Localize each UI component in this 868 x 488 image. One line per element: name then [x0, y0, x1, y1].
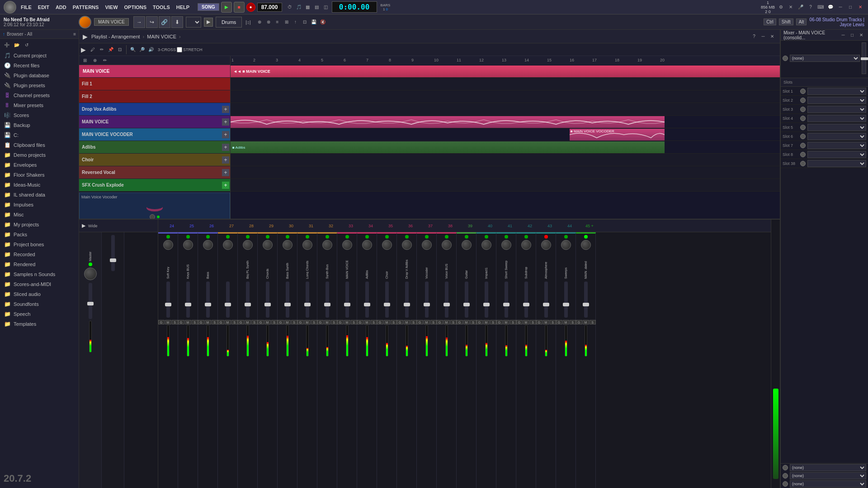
arrow-expand-btn[interactable]: ▶	[204, 18, 213, 27]
slot-knob-slot-2[interactable]	[800, 98, 806, 103]
ch-25-btn-g[interactable]: G	[178, 320, 184, 324]
empty-fader[interactable]	[111, 235, 115, 271]
master-fader-thumb[interactable]	[87, 302, 94, 305]
slot-dropdown-slot-3[interactable]	[807, 106, 866, 113]
ch-38-fader-thumb[interactable]	[443, 303, 450, 306]
minimize-icon[interactable]: ─	[836, 3, 844, 11]
ch-40-btn-s[interactable]: S	[490, 320, 496, 324]
slot-knob-slot-8[interactable]	[800, 152, 806, 157]
adlibs-add-btn[interactable]: +	[222, 144, 229, 151]
sidebar-item-project-bones[interactable]: 📁Project bones	[0, 239, 79, 249]
metronome-icon[interactable]: 🎵	[295, 3, 303, 11]
playlist-vol-icon[interactable]: 🔊	[147, 46, 155, 54]
mic-icon[interactable]: 🎤	[797, 3, 805, 11]
ch-25-btn-s[interactable]: S	[192, 320, 198, 324]
ch-24-fader[interactable]	[166, 282, 170, 318]
ch-37-fader[interactable]	[425, 282, 429, 318]
settings-icon[interactable]: ⚙	[777, 3, 785, 11]
ch-38-btn-m[interactable]: M	[443, 320, 450, 324]
slot-knob-slot-6[interactable]	[800, 134, 806, 139]
sidebar-item-plugin-database[interactable]: 🔌Plugin database	[0, 70, 79, 80]
ch-40-fader[interactable]	[485, 282, 488, 318]
tl-row-reversed[interactable]	[231, 166, 780, 179]
sidebar-item-recent-files[interactable]: 🕐Recent files	[0, 61, 79, 70]
ch-24-knob[interactable]	[163, 240, 173, 250]
ch-45-knob[interactable]	[581, 240, 591, 250]
ch-42-btn-m[interactable]: M	[523, 320, 529, 324]
ch-45-btn-m[interactable]: M	[583, 320, 589, 324]
ch-42-fader-thumb[interactable]	[523, 303, 529, 306]
ch-39-knob[interactable]	[462, 240, 472, 250]
track-edit-icon[interactable]: ✏	[101, 56, 109, 65]
timeline-area[interactable]: 1 2 3 4 5 6 7 8 9 10 11 12 13 14	[231, 56, 780, 219]
ch-33-fader[interactable]	[345, 282, 349, 318]
ch-26-btn-g[interactable]: G	[198, 320, 204, 324]
rp-close-icon[interactable]: ✕	[857, 31, 865, 39]
ch-24-btn-g[interactable]: G	[158, 320, 165, 324]
rp-send-dropdown-top[interactable]: (none)	[790, 55, 860, 62]
ch-34-knob[interactable]	[362, 240, 372, 250]
menu-item-edit[interactable]: EDIT	[35, 4, 52, 11]
ch-44-btn-s[interactable]: S	[570, 320, 576, 324]
ch-30-btn-g[interactable]: G	[278, 320, 284, 324]
ch-42-fader[interactable]	[524, 282, 528, 318]
slot-dropdown-slot-7[interactable]	[807, 142, 866, 149]
track-icons-icon[interactable]: ⊞	[81, 56, 89, 65]
rp-send-fader[interactable]	[862, 42, 866, 74]
slot-dropdown-slot-38[interactable]	[807, 160, 866, 167]
sfx-add-btn[interactable]: +	[222, 182, 229, 189]
ch-26-knob[interactable]	[203, 240, 213, 250]
sidebar-item-channel-presets[interactable]: 🎛Channel presets	[0, 90, 79, 100]
tl-row-mainvocoder[interactable]: ■ MAIN VOICE VOCODER	[231, 128, 780, 141]
tl-row-fill2[interactable]	[231, 90, 780, 103]
sidebar-item-floor-shakers[interactable]: 📁Floor Shakers	[0, 170, 79, 180]
empty-fader-thumb[interactable]	[110, 258, 116, 262]
playlist-tool1-icon[interactable]: 🖊	[89, 46, 97, 54]
main-voice-badge[interactable]: MAIN VOICE	[94, 18, 129, 26]
ch-36-btn-s[interactable]: S	[410, 320, 417, 324]
ch-25-btn-m[interactable]: M	[185, 320, 191, 324]
playlist-tool3-icon[interactable]: 📌	[107, 46, 115, 54]
menu-item-add[interactable]: ADD	[53, 4, 69, 11]
rp-send2-dropdown[interactable]: (none)	[790, 472, 866, 479]
close-icon[interactable]: ✕	[787, 3, 795, 11]
track-row-fill2[interactable]: Fill 2	[79, 90, 230, 103]
slot-knob-slot-38[interactable]	[800, 161, 806, 166]
ch-37-knob[interactable]	[422, 240, 432, 250]
ch-32-btn-s[interactable]: S	[331, 320, 337, 324]
ch-30-fader-thumb[interactable]	[284, 303, 291, 306]
ch-42-btn-s[interactable]: S	[530, 320, 536, 324]
tempo-icon[interactable]: ⏱	[286, 3, 294, 11]
ch-35-btn-m[interactable]: M	[384, 320, 390, 324]
ch-33-btn-m[interactable]: M	[344, 320, 350, 324]
beat-icon[interactable]: ▦	[304, 3, 312, 11]
play-button[interactable]: ▶	[221, 2, 232, 13]
ch-33-btn-s[interactable]: S	[351, 320, 357, 324]
playlist-tool4-icon[interactable]: ⊡	[116, 46, 124, 54]
ch-30-btn-m[interactable]: M	[284, 320, 291, 324]
ch-30-fader[interactable]	[286, 282, 289, 318]
rp-send3-dropdown[interactable]: (none)	[790, 480, 866, 488]
ch-34-btn-m[interactable]: M	[364, 320, 370, 324]
ch-35-fader-thumb[interactable]	[384, 303, 390, 306]
track-row-reversed[interactable]: Reversed Vocal +	[79, 166, 230, 179]
ch-28-btn-m[interactable]: M	[245, 320, 251, 324]
ch-27-fader-thumb[interactable]	[225, 303, 231, 306]
choir-add-btn[interactable]: +	[222, 156, 229, 164]
ch-35-btn-g[interactable]: G	[377, 320, 383, 324]
track-row-fill1[interactable]: Fill 1	[79, 78, 230, 90]
playlist-minimize-icon[interactable]: ─	[759, 33, 767, 41]
sidebar-item-misc[interactable]: 📁Misc	[0, 210, 79, 220]
ch-26-fader-thumb[interactable]	[205, 303, 211, 306]
ch-42-btn-g[interactable]: G	[516, 320, 523, 324]
ch-32-knob[interactable]	[322, 240, 332, 250]
ch-45-fader[interactable]	[584, 282, 588, 318]
sidebar-item-ideas-music[interactable]: 📁Ideas-Music	[0, 180, 79, 190]
ch-36-knob[interactable]	[402, 240, 412, 250]
track-row-sfx[interactable]: SFX Crush Explode +	[79, 179, 230, 192]
eq-icon[interactable]: ≡	[274, 18, 282, 26]
ch-29-btn-g[interactable]: G	[258, 320, 264, 324]
stretch-checkbox[interactable]	[177, 47, 182, 52]
ch-36-btn-m[interactable]: M	[404, 320, 410, 324]
tl-row-adlibs[interactable]: ■ Adlibs	[231, 141, 780, 154]
